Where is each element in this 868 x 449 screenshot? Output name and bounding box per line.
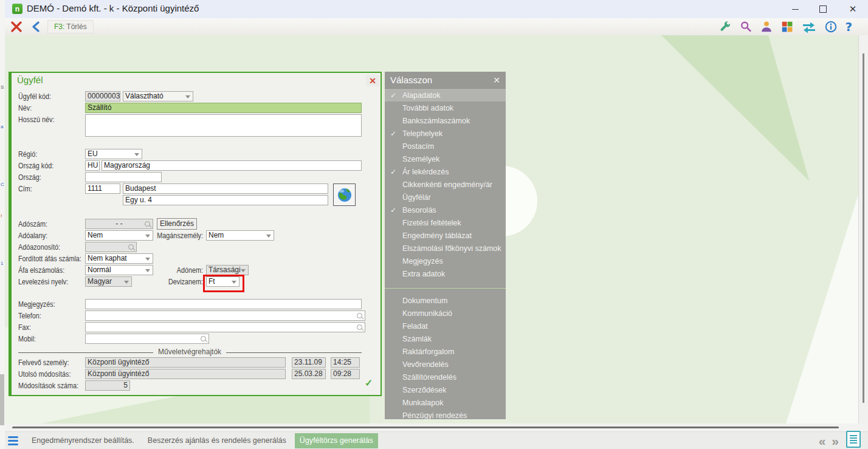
tax-type-dropdown[interactable]: Társasági — [206, 265, 249, 275]
f3-delete-button[interactable]: F3:Törlés — [47, 20, 94, 33]
menu-hamburger-icon[interactable] — [8, 436, 19, 447]
close-panel-icon[interactable]: ✕ — [493, 75, 500, 85]
panel-item-label: Szállítórendelés — [402, 373, 456, 382]
panel-item-s2-7[interactable]: Szerződések — [385, 383, 506, 396]
private-person-dropdown[interactable]: Nem — [206, 230, 274, 241]
verify-button[interactable]: Ellenőrzés — [157, 218, 197, 230]
panel-item-s2-0[interactable]: Dokumentum — [385, 294, 506, 307]
vertical-scrollbar[interactable] — [858, 35, 868, 423]
vat-accounting-dropdown[interactable]: Normál — [85, 265, 153, 275]
panel-item-s1-4[interactable]: Postacím — [385, 140, 506, 153]
panel-item-label: További adatok — [402, 104, 453, 112]
panel-item-s1-12[interactable]: Elszámolási főkönyvi számok — [385, 242, 506, 255]
check-icon: ✓ — [385, 168, 402, 176]
panel-item-s2-9[interactable]: Pénzügyi rendezés — [385, 409, 506, 419]
mail-language-dropdown[interactable]: Magyar — [85, 276, 132, 287]
comment-field[interactable] — [85, 299, 362, 309]
panel-item-label: Feladat — [402, 322, 428, 331]
bottom-button-1[interactable]: Beszerzés ajánlás és rendelés generálás — [143, 433, 291, 448]
panel-item-s1-10[interactable]: Fizetési feltételek — [385, 216, 506, 229]
vertical-scrollbar-thumb[interactable] — [863, 53, 864, 403]
panel-item-s1-6[interactable]: ✓Ár lekérdezés — [385, 165, 506, 178]
panel-item-s1-13[interactable]: Megjegyzés — [385, 255, 506, 267]
region-dropdown[interactable]: EU — [85, 149, 142, 159]
panel-item-s1-8[interactable]: Ügyfélár — [385, 191, 506, 204]
user-icon[interactable] — [760, 20, 773, 33]
panel-item-s1-11[interactable]: Engedmény táblázat — [385, 229, 506, 242]
modules-grid-icon[interactable] — [780, 20, 794, 33]
panel-item-s1-5[interactable]: Személyek — [385, 153, 506, 165]
panel-item-s2-1[interactable]: Kommunikáció — [385, 307, 506, 320]
panel-item-label: Kommunikáció — [402, 309, 452, 318]
cancel-icon[interactable] — [10, 20, 23, 33]
toolbar-right-icons: ? — [718, 20, 852, 33]
panel-item-s2-3[interactable]: Számlák — [385, 332, 506, 345]
country-field[interactable] — [85, 172, 162, 182]
panel-item-s2-8[interactable]: Munkalapok — [385, 396, 506, 409]
panel-item-label: Raktárforgalom — [402, 348, 454, 356]
panel-item-s1-3[interactable]: ✓Telephelyek — [385, 127, 506, 140]
panel-item-s2-5[interactable]: Vevőrendelés — [385, 358, 506, 371]
phone-field[interactable] — [85, 310, 365, 321]
panel-item-label: Extra adatok — [402, 270, 445, 278]
panel-item-label: Postacím — [402, 142, 434, 151]
minimize-button[interactable] — [785, 0, 805, 18]
country-code-field[interactable]: HU — [85, 160, 100, 171]
check-icon: ✓ — [385, 206, 402, 214]
horizontal-scrollbar-thumb[interactable] — [12, 427, 839, 428]
map-globe-button[interactable] — [333, 183, 356, 206]
form-title: Ügyfél — [17, 75, 43, 85]
long-name-field[interactable] — [85, 114, 362, 137]
maximize-button[interactable] — [813, 0, 833, 18]
panel-item-label: Megjegyzés — [402, 257, 443, 266]
panel-item-s1-7[interactable]: Cikkenkénti engedmény/ár — [385, 178, 506, 191]
select-panel-title: Válasszon — [390, 75, 432, 85]
bottom-button-2[interactable]: Ügyféltörzs generálás — [295, 433, 378, 448]
city-field[interactable]: Budapest — [123, 183, 328, 194]
fax-field[interactable] — [85, 322, 365, 332]
back-icon[interactable] — [30, 20, 43, 33]
panel-item-s2-4[interactable]: Raktárforgalom — [385, 345, 506, 358]
f3-action-label: Törlés — [66, 22, 86, 31]
panel-item-s1-2[interactable]: Bankszámlaszámok — [385, 114, 506, 127]
zip-field[interactable]: 1111 — [85, 183, 120, 194]
select-panel-section-2: DokumentumKommunikációFeladatSzámlákRakt… — [385, 294, 506, 419]
panel-item-s1-1[interactable]: További adatok — [385, 101, 506, 114]
panel-item-label: Telephelyek — [402, 129, 443, 138]
log-document-icon[interactable] — [846, 431, 861, 448]
select-panel-section-1: ✓AlapadatokTovábbi adatokBankszámlaszámo… — [385, 89, 506, 280]
street-field[interactable]: Egy u. 4 — [123, 195, 328, 205]
fax-label: Fax: — [18, 323, 31, 332]
tax-subject-dropdown[interactable]: Nem — [85, 230, 153, 241]
horizontal-scrollbar[interactable] — [5, 423, 868, 431]
info-icon[interactable] — [824, 20, 838, 33]
reverse-vat-dropdown[interactable]: Nem kaphat — [85, 253, 153, 264]
tax-id-field[interactable] — [85, 242, 137, 252]
app-logo-icon: n — [12, 4, 22, 14]
panel-item-s2-2[interactable]: Feladat — [385, 320, 506, 332]
bottom-button-0[interactable]: Engedményrendszer beállítás. — [27, 433, 139, 448]
name-field[interactable]: Szállító — [85, 103, 362, 113]
tax-id-label: Adóazonosító: — [18, 243, 60, 252]
panel-item-s1-0[interactable]: ✓Alapadatok — [385, 89, 506, 101]
next-page-icon[interactable]: » — [832, 434, 839, 448]
mobile-field[interactable] — [85, 334, 209, 344]
customer-code-label: Ügyfél kód: — [18, 92, 51, 101]
panel-item-s2-6[interactable]: Szállítórendelés — [385, 371, 506, 383]
help-icon[interactable]: ? — [845, 20, 852, 33]
previous-page-icon[interactable]: « — [819, 434, 826, 448]
close-form-icon[interactable]: ✕ — [366, 75, 379, 86]
search-icon[interactable] — [739, 20, 753, 33]
tax-number-field[interactable]: - - — [85, 219, 153, 229]
country-name-field[interactable]: Magyarország — [102, 160, 362, 171]
f3-key-label: F3: — [54, 22, 64, 31]
lookup-icon — [128, 244, 134, 250]
close-window-button[interactable]: ✕ — [842, 0, 863, 18]
panel-item-s1-14[interactable]: Extra adatok — [385, 267, 506, 280]
code-mode-dropdown[interactable]: Választható — [123, 91, 193, 101]
highlight-rectangle — [203, 275, 244, 292]
transfer-arrows-icon[interactable] — [801, 20, 817, 33]
settings-wrench-icon[interactable] — [718, 20, 732, 33]
panel-item-s1-9[interactable]: ✓Besorolás — [385, 204, 506, 216]
panel-item-label: Bankszámlaszámok — [402, 117, 470, 125]
